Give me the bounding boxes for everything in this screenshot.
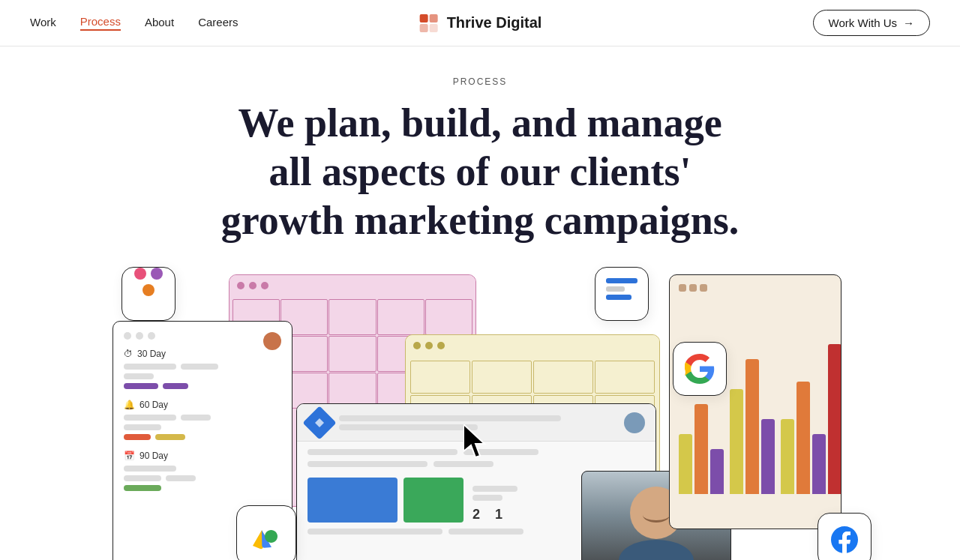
nav-process[interactable]: Process bbox=[80, 15, 121, 31]
plan-90-icon: 📅 bbox=[124, 451, 135, 461]
plan-60-icon: 🔔 bbox=[124, 400, 135, 410]
bar bbox=[308, 461, 428, 467]
svg-rect-1 bbox=[430, 14, 438, 22]
chart-bar bbox=[730, 389, 743, 494]
svg-rect-3 bbox=[430, 24, 438, 32]
plan-30-icon: ⏱ bbox=[124, 349, 133, 359]
illustration-area: ⏱ 30 Day 🔔 60 Day 📅 90 Day bbox=[0, 259, 960, 560]
jira-row-2 bbox=[308, 461, 645, 467]
google-ads-card bbox=[236, 505, 296, 560]
dot-pink bbox=[134, 268, 146, 280]
bar-yellow bbox=[155, 434, 185, 440]
plan-60-text: 60 Day bbox=[140, 400, 168, 410]
facebook-icon bbox=[818, 514, 871, 560]
google-search-card bbox=[673, 342, 727, 396]
site-logo[interactable]: Thrive Digital bbox=[418, 13, 542, 34]
yellow-panel-top bbox=[406, 335, 659, 356]
jira-inner-icon bbox=[313, 416, 326, 430]
navbar: Work Process About Careers Thrive Digita… bbox=[0, 0, 960, 46]
arrow-icon: → bbox=[903, 16, 914, 29]
hero-title: We plan, build, and manage all aspects o… bbox=[218, 99, 742, 244]
facebook-card bbox=[818, 513, 872, 560]
yellow-cell bbox=[410, 361, 470, 394]
grid-cell bbox=[328, 299, 376, 335]
plan-60-bars bbox=[124, 415, 281, 440]
bar bbox=[124, 466, 176, 472]
hero-section: PROCESS We plan, build, and manage all a… bbox=[0, 46, 960, 244]
bar-chart bbox=[679, 299, 832, 494]
panel-top-bar bbox=[230, 275, 476, 296]
nav-careers[interactable]: Careers bbox=[198, 16, 238, 30]
bar bbox=[124, 424, 161, 430]
bar-red bbox=[124, 434, 151, 440]
plan-60-label: 🔔 60 Day bbox=[124, 400, 281, 410]
dot-purple bbox=[151, 268, 163, 280]
chart-bar bbox=[796, 382, 810, 494]
google-ads-icon bbox=[250, 519, 283, 552]
bar bbox=[124, 364, 176, 370]
chart-bar bbox=[828, 344, 842, 494]
bar-group-2 bbox=[730, 359, 775, 494]
grid-cell bbox=[328, 336, 376, 372]
bar bbox=[181, 415, 211, 421]
plan-90-bars bbox=[124, 466, 281, 491]
chart-bar bbox=[781, 419, 794, 494]
chart-bar bbox=[679, 434, 692, 494]
logo-icon bbox=[418, 13, 440, 34]
cta-label: Work With Us bbox=[829, 16, 897, 29]
asana-dots bbox=[122, 268, 175, 296]
grid-cell bbox=[425, 299, 472, 335]
yellow-cell bbox=[595, 361, 655, 394]
bar bbox=[181, 364, 218, 370]
bar-chart-panel bbox=[669, 274, 842, 529]
bar bbox=[124, 475, 161, 481]
chart-bar bbox=[746, 359, 759, 494]
numbers-display: 2 1 bbox=[472, 507, 518, 523]
jira-user-avatar bbox=[624, 412, 645, 433]
chart-bar bbox=[694, 404, 708, 494]
blue-block bbox=[308, 478, 398, 523]
chart-panel-dots bbox=[679, 284, 832, 292]
nav-links: Work Process About Careers bbox=[30, 15, 238, 31]
jira-bar-2 bbox=[339, 424, 478, 430]
green-block bbox=[404, 478, 464, 523]
panel-dot-2 bbox=[249, 282, 256, 289]
bar-purple-s bbox=[163, 383, 188, 389]
google-g-icon bbox=[685, 354, 715, 384]
stream-line-3 bbox=[606, 295, 632, 300]
dot-orange bbox=[142, 284, 154, 296]
logo-text: Thrive Digital bbox=[447, 14, 542, 31]
bar-group-1 bbox=[679, 404, 724, 494]
number-labels: 2 1 bbox=[472, 486, 518, 523]
pp-dot-3 bbox=[148, 332, 155, 340]
mouse-cursor bbox=[464, 424, 494, 460]
number-1: 1 bbox=[495, 507, 502, 523]
bar bbox=[166, 475, 196, 481]
pp-dot-1 bbox=[124, 332, 131, 340]
stream-line-1 bbox=[606, 278, 638, 283]
plan-30-day: ⏱ 30 Day bbox=[124, 349, 281, 389]
svg-rect-0 bbox=[420, 14, 428, 22]
plan-60-day: 🔔 60 Day bbox=[124, 400, 281, 440]
number-2: 2 bbox=[472, 507, 480, 523]
yellow-cell bbox=[472, 361, 532, 394]
jira-logo-icon bbox=[302, 406, 336, 439]
cp-dot-3 bbox=[700, 284, 707, 292]
nav-work[interactable]: Work bbox=[30, 16, 56, 30]
plan-30-text: 30 Day bbox=[137, 349, 166, 359]
plan-panel-dots bbox=[124, 332, 281, 340]
chart-bar bbox=[812, 434, 826, 494]
bar bbox=[308, 449, 458, 455]
plan-90-label: 📅 90 Day bbox=[124, 451, 281, 461]
bar bbox=[434, 461, 494, 467]
plan-avatar bbox=[263, 332, 281, 350]
jira-bar-1 bbox=[339, 415, 561, 421]
nav-about[interactable]: About bbox=[145, 16, 174, 30]
svg-rect-2 bbox=[420, 24, 428, 32]
google-icon bbox=[674, 343, 726, 395]
face-body bbox=[619, 540, 694, 560]
work-with-us-button[interactable]: Work With Us → bbox=[813, 10, 930, 36]
panel-dot-1 bbox=[237, 282, 244, 289]
streamline-card bbox=[595, 267, 649, 321]
asana-card bbox=[122, 267, 176, 321]
